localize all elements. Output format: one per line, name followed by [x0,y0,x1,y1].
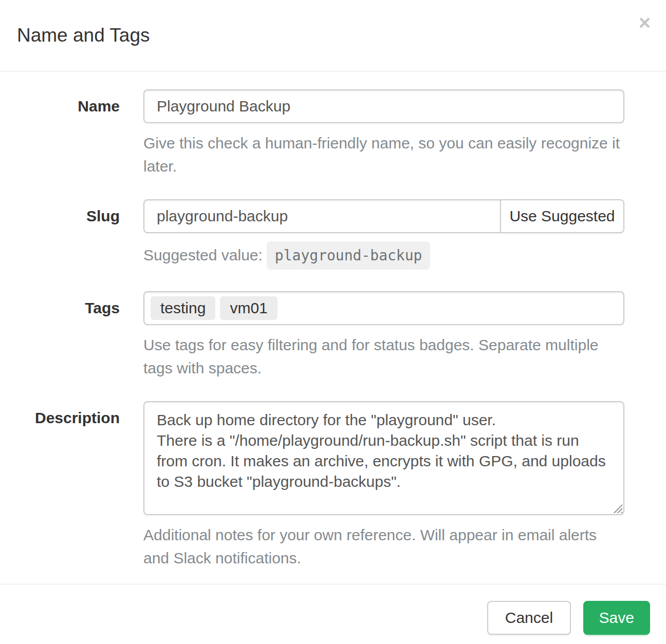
slug-help-text: Suggested value:playground-backup [143,241,624,270]
name-label: Name [17,89,143,178]
description-field-group: Description Back up home directory for t… [17,401,624,570]
modal-footer: Cancel Save [0,584,666,644]
description-textarea[interactable]: Back up home directory for the "playgrou… [143,401,624,515]
tags-help-text: Use tags for easy filtering and for stat… [143,333,624,380]
cancel-button[interactable]: Cancel [487,601,571,635]
modal-title: Name and Tags [17,25,150,46]
name-field-group: Name Give this check a human-friendly na… [17,89,624,178]
suggested-value-prefix: Suggested value: [143,247,263,263]
save-button[interactable]: Save [583,601,650,635]
modal-header: Name and Tags × [0,0,666,71]
name-and-tags-modal: Name and Tags × Name Give this check a h… [0,0,666,644]
use-suggested-button[interactable]: Use Suggested [500,199,624,233]
description-help-text: Additional notes for your own reference.… [143,523,624,570]
slug-input-group: Use Suggested [143,199,624,233]
tags-field-group: Tags testingvm01 Use tags for easy filte… [17,291,624,380]
name-help-text: Give this check a human-friendly name, s… [143,131,624,178]
close-icon[interactable]: × [639,12,651,33]
slug-input[interactable] [143,199,501,233]
tag-chip[interactable]: testing [151,296,215,320]
suggested-value-code: playground-backup [267,241,431,270]
description-label: Description [17,401,143,570]
modal-body: Name Give this check a human-friendly na… [0,71,666,584]
tag-chip[interactable]: vm01 [220,296,277,320]
slug-label: Slug [17,199,143,270]
tags-input[interactable]: testingvm01 [143,291,624,325]
tags-label: Tags [17,291,143,380]
description-textarea-wrap: Back up home directory for the "playgrou… [143,401,624,515]
slug-field-group: Slug Use Suggested Suggested value:playg… [17,199,624,270]
name-input[interactable] [143,89,624,123]
